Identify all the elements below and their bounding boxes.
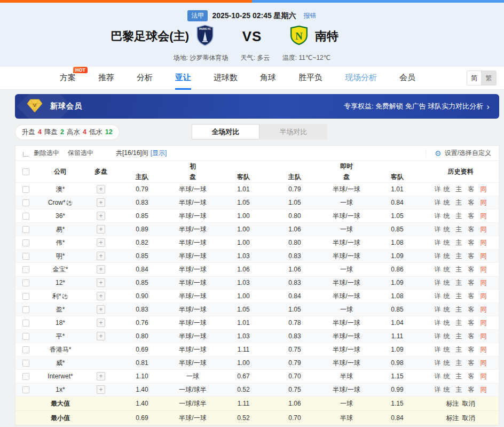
history-link-1[interactable]: 统	[444, 252, 450, 261]
row-checkbox[interactable]	[22, 346, 29, 353]
history-link-4[interactable]: 同	[481, 385, 487, 394]
company-name[interactable]: 易*	[36, 225, 85, 234]
history-link-2[interactable]: 主	[456, 319, 462, 328]
history-link-4[interactable]: 同	[481, 359, 487, 368]
history-link-3[interactable]: 客	[468, 305, 475, 314]
history-link-2[interactable]: 主	[456, 385, 462, 394]
history-link-0[interactable]: 详	[435, 252, 441, 261]
company-name[interactable]: 利*⚽	[36, 292, 85, 301]
history-link-4[interactable]: 同	[481, 292, 487, 301]
history-link-3[interactable]: 客	[468, 198, 475, 207]
history-link-3[interactable]: 客	[468, 385, 475, 394]
expand-plus-button[interactable]: +	[97, 372, 105, 381]
nav-tab-8[interactable]: 会员	[399, 67, 415, 90]
history-link-4[interactable]: 同	[481, 319, 487, 328]
league-badge[interactable]: 法甲	[187, 10, 208, 21]
company-name[interactable]: 平*	[36, 332, 85, 341]
settings-button[interactable]: ⚙ 设置/选择自定义	[426, 149, 491, 158]
history-link-0[interactable]: 详	[435, 305, 441, 314]
mark-button[interactable]: 标注	[446, 414, 459, 422]
history-link-0[interactable]: 详	[435, 212, 441, 221]
history-link-0[interactable]: 详	[435, 332, 441, 341]
history-link-4[interactable]: 同	[481, 198, 487, 207]
company-name[interactable]: 盈*	[36, 305, 85, 314]
nav-tab-0[interactable]: 方案HOT	[60, 67, 76, 90]
expand-plus-button[interactable]: +	[97, 185, 105, 193]
full-match-tab[interactable]: 全场对比	[192, 124, 259, 139]
expand-plus-button[interactable]: +	[97, 385, 105, 394]
history-link-2[interactable]: 主	[456, 278, 462, 288]
history-link-1[interactable]: 统	[444, 345, 450, 354]
history-link-2[interactable]: 主	[456, 252, 462, 261]
nav-tab-7[interactable]: 现场分析	[345, 67, 377, 90]
history-link-3[interactable]: 客	[468, 252, 475, 261]
row-checkbox[interactable]	[22, 186, 29, 193]
history-link-3[interactable]: 客	[468, 319, 475, 328]
history-link-0[interactable]: 详	[435, 372, 441, 381]
history-link-0[interactable]: 详	[435, 319, 441, 328]
history-link-0[interactable]: 详	[435, 238, 441, 247]
report-error-link[interactable]: 报错	[304, 11, 317, 20]
history-link-1[interactable]: 统	[444, 212, 450, 221]
history-link-2[interactable]: 主	[456, 332, 462, 341]
history-link-1[interactable]: 统	[444, 238, 450, 247]
history-link-1[interactable]: 统	[444, 359, 450, 368]
history-link-2[interactable]: 主	[456, 372, 462, 381]
history-link-3[interactable]: 客	[468, 278, 475, 288]
vip-banner[interactable]: V 新球会员 专享权益: 免费解锁 免广告 球队实力对比分析 ›	[15, 94, 499, 119]
history-link-0[interactable]: 详	[435, 359, 441, 368]
history-link-3[interactable]: 客	[468, 332, 475, 341]
history-link-4[interactable]: 同	[481, 372, 487, 381]
history-link-1[interactable]: 统	[444, 265, 450, 274]
history-link-2[interactable]: 主	[456, 198, 462, 207]
row-checkbox[interactable]	[22, 253, 29, 260]
lang-traditional-button[interactable]: 繁	[482, 71, 496, 85]
nav-tab-5[interactable]: 角球	[260, 67, 276, 90]
history-link-3[interactable]: 客	[468, 238, 475, 247]
company-name[interactable]: 明*	[36, 252, 85, 261]
history-link-3[interactable]: 客	[468, 359, 475, 368]
row-checkbox[interactable]	[22, 306, 29, 313]
company-name[interactable]: 12*	[36, 279, 85, 286]
nav-tab-3[interactable]: 亚让	[175, 67, 191, 90]
history-link-0[interactable]: 详	[435, 225, 441, 234]
history-link-2[interactable]: 主	[456, 212, 462, 221]
row-checkbox[interactable]	[22, 239, 29, 246]
history-link-3[interactable]: 客	[468, 372, 475, 381]
expand-plus-button[interactable]: +	[97, 278, 105, 287]
company-name[interactable]: 18*	[36, 319, 85, 327]
expand-plus-button[interactable]: +	[97, 292, 105, 300]
select-all-checkbox[interactable]	[22, 168, 29, 175]
history-link-2[interactable]: 主	[456, 238, 462, 247]
company-name[interactable]: 伟*	[36, 238, 85, 247]
history-link-1[interactable]: 统	[444, 372, 450, 381]
history-link-3[interactable]: 客	[468, 225, 475, 234]
history-link-2[interactable]: 主	[456, 265, 462, 274]
keep-selected-button[interactable]: 保留选中	[68, 149, 93, 158]
expand-plus-button[interactable]: +	[97, 212, 105, 220]
mark-button[interactable]: 标注	[446, 400, 459, 407]
row-checkbox[interactable]	[22, 360, 29, 367]
history-link-1[interactable]: 统	[444, 332, 450, 341]
company-name[interactable]: 威*	[36, 359, 85, 368]
expand-plus-button[interactable]: +	[97, 198, 105, 207]
company-name[interactable]: 金宝*	[36, 265, 85, 274]
history-link-1[interactable]: 统	[444, 305, 450, 314]
history-link-4[interactable]: 同	[481, 332, 487, 341]
vip-benefits[interactable]: 专享权益: 免费解锁 免广告 球队实力对比分析	[344, 102, 483, 111]
nav-tab-1[interactable]: 推荐	[98, 67, 114, 90]
history-link-2[interactable]: 主	[456, 345, 462, 354]
row-checkbox[interactable]	[22, 199, 29, 206]
history-link-0[interactable]: 详	[435, 292, 441, 301]
expand-plus-button[interactable]: +	[97, 252, 105, 260]
history-link-1[interactable]: 统	[444, 225, 450, 234]
history-link-4[interactable]: 同	[481, 185, 487, 194]
history-link-4[interactable]: 同	[481, 225, 487, 234]
row-checkbox[interactable]	[22, 266, 29, 273]
history-link-2[interactable]: 主	[456, 292, 462, 301]
cancel-button[interactable]: 取消	[462, 414, 475, 422]
history-link-4[interactable]: 同	[481, 278, 487, 288]
nav-tab-4[interactable]: 进球数	[214, 67, 238, 90]
history-link-4[interactable]: 同	[481, 305, 487, 314]
history-link-3[interactable]: 客	[468, 292, 475, 301]
